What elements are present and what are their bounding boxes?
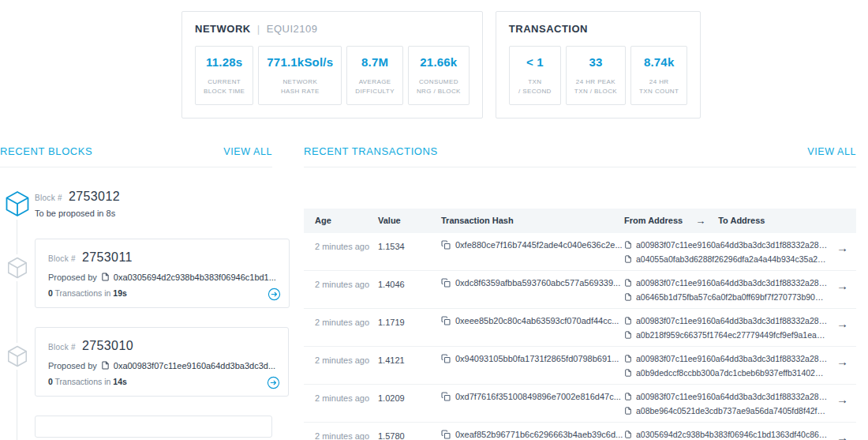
stat-value: 21.66k [417,55,461,69]
circle-arrow-icon[interactable] [267,376,280,389]
block-cube-icon [6,254,29,281]
txn-to-address[interactable]: a0b9dedccf8ccbb300a7dc1cbeb6b937effb3140… [636,368,828,378]
stat-value: 33 [574,55,617,69]
arrow-right-icon[interactable]: → [836,354,848,368]
document-icon [624,293,632,301]
block-cube-icon [6,343,29,370]
txn-from-address[interactable]: a00983f07c11ee9160a64dd3ba3dc3d1f88332a2… [636,316,828,325]
stat-label: TXN / SECOND [518,77,552,97]
block-item: Block # 2753011 Proposed by 0xa0305694d2… [0,239,272,308]
proposed-by-label: Proposed by [48,361,97,370]
stat-label: CURRENT BLOCK TIME [204,77,245,97]
circle-arrow-icon[interactable] [268,288,281,301]
proposer-address[interactable]: 0xa00983f07c11ee9160a64dd3ba3dc3d... [114,361,275,370]
col-header-age: Age [315,216,378,225]
copy-icon[interactable] [441,354,451,363]
copy-icon[interactable] [441,240,451,250]
copy-icon[interactable] [441,316,451,325]
col-header-from-to: From Address → To Address [624,215,828,227]
blocks-list: Block # 2753012 To be proposed in 8s [0,188,272,438]
txn-hash[interactable]: 0x94093105bb0fa1731f2865fd0798b691... [455,354,619,363]
col-header-hash: Transaction Hash [441,216,624,225]
stat-consumed-nrg: 21.66k CONSUMED NRG / BLOCK [408,46,470,105]
block-number-label: Block # [48,343,76,352]
arrow-right-icon[interactable]: → [836,278,848,292]
transactions-table-header: Age Value Transaction Hash From Address … [304,209,856,233]
arrow-right-icon[interactable]: → [836,392,848,406]
col-header-to: To Address [718,216,765,225]
block-number[interactable]: 2753010 [82,339,133,353]
txn-from-address[interactable]: a00983f07c11ee9160a64dd3ba3dc3d1f88332a2… [636,354,828,363]
block-card[interactable]: Block # 2753010 Proposed by 0xa00983f07c… [35,327,289,397]
copy-icon[interactable] [441,430,451,439]
document-icon [101,361,110,370]
transaction-row: 2 minutes ago 1.4046 0xdc8f6359afbba5937… [304,271,856,309]
col-header-from: From Address [624,216,683,225]
transaction-stats-row: < 1 TXN / SECOND 33 24 HR PEAK TXN / BLO… [509,46,687,105]
document-icon [624,393,632,401]
txn-age: 2 minutes ago [315,354,378,365]
txn-value: 1.4046 [378,278,441,289]
block-number-label: Block # [35,194,62,202]
arrow-right-icon: → [695,215,705,227]
txn-hash[interactable]: 0xeee85b20c80c4ab63593cf070adf44cc... [455,316,619,325]
stat-value: < 1 [518,55,552,69]
txn-to-address[interactable]: a04055a0fab3d6288f26296dfa2a4a44b934c35a… [636,254,828,264]
txn-hash[interactable]: 0xdc8f6359afbba593760abc577a569339... [455,278,620,288]
document-icon [624,331,632,339]
network-panel-title: NETWORK | EQUI2109 [195,23,470,35]
txn-from-address[interactable]: a00983f07c11ee9160a64dd3ba3dc3d1f88332a2… [636,240,828,250]
proposer-address[interactable]: 0xa0305694d2c938b4b383f06946c1bd1... [114,273,276,282]
blocks-view-all-link[interactable]: VIEW ALL [223,146,272,157]
txn-hash[interactable]: 0xfe880ce7f16b7445f2ade4c040e636c2e... [455,240,623,250]
document-icon [624,279,632,287]
transaction-row: 2 minutes ago 1.1719 0xeee85b20c80c4ab63… [304,309,856,347]
block-number[interactable]: 2753011 [82,250,133,265]
arrow-right-icon[interactable]: → [836,316,848,330]
txn-to-address[interactable]: a08be964c0521de3cdb737ae9a56da7405fd8f42… [636,406,828,416]
block-pending-status: To be proposed in 8s [35,209,120,218]
stat-current-block-time: 11.28s CURRENT BLOCK TIME [195,46,253,105]
txn-from-address[interactable]: a00983f07c11ee9160a64dd3ba3dc3d1f88332a2… [636,278,828,288]
copy-icon[interactable] [441,392,451,401]
document-icon [624,255,632,263]
txn-value: 1.1534 [378,240,441,251]
stat-label: CONSUMED NRG / BLOCK [417,77,461,97]
txn-value: 1.5780 [378,430,441,440]
txn-to-address[interactable]: a06465b1d75fba57c6a0f2ba0ff69bf7f270773b… [636,292,828,302]
document-icon [624,431,632,438]
arrow-right-icon[interactable]: → [836,240,848,254]
transaction-row: 2 minutes ago 1.0209 0xd7f7616f351008498… [304,385,856,423]
txn-to-address[interactable]: a0b218f959c66375f1764ec27779449fcf9ef9a1… [636,330,828,340]
stat-label: 24 HR TXN COUNT [639,77,679,97]
network-panel: NETWORK | EQUI2109 11.28s CURRENT BLOCK … [181,11,483,118]
block-item-pending[interactable]: Block # 2753012 To be proposed in 8s [0,188,272,220]
txn-hash[interactable]: 0xd7f7616f35100849896e7002e816d47c... [455,392,621,401]
network-title-text: NETWORK [195,23,251,35]
txn-from-address[interactable]: a00983f07c11ee9160a64dd3ba3dc3d1f88332a2… [636,392,828,401]
recent-transactions-section: RECENT TRANSACTIONS VIEW ALL Age Value T… [304,145,856,440]
transactions-view-all-link[interactable]: VIEW ALL [807,146,856,157]
copy-icon[interactable] [441,278,451,288]
document-icon [624,317,632,325]
txn-hash[interactable]: 0xeaf852b96771b6c6296663b4aeb39c6d... [455,430,623,439]
transaction-row: 2 minutes ago 1.1534 0xfe880ce7f16b7445f… [304,233,856,271]
document-icon [101,273,110,281]
stat-label: 24 HR PEAK TXN / BLOCK [574,77,617,97]
txn-age: 2 minutes ago [315,316,378,327]
txn-value: 1.0209 [378,392,441,403]
txn-from-address[interactable]: a0305694d2c938b4b383f06946c1bd1363df40c8… [636,430,828,439]
recent-blocks-title: RECENT BLOCKS [0,145,92,157]
network-title-divider: | [257,23,260,35]
transaction-title-text: TRANSACTION [509,23,588,35]
transactions-body: 2 minutes ago 1.1534 0xfe880ce7f16b7445f… [304,233,856,440]
recent-blocks-section: RECENT BLOCKS VIEW ALL Block # 27530 [0,145,272,440]
main-content: RECENT BLOCKS VIEW ALL Block # 27530 [0,145,868,440]
txn-age: 2 minutes ago [315,278,378,289]
block-number[interactable]: 2753012 [69,190,120,204]
network-name: EQUI2109 [267,23,318,35]
block-card[interactable]: Block # 2753011 Proposed by 0xa0305694d2… [35,239,290,308]
stat-value: 8.7M [355,55,395,69]
arrow-right-icon[interactable]: → [836,430,848,440]
stat-network-hash-rate: 771.1kSol/s NETWORK HASH RATE [258,46,342,105]
